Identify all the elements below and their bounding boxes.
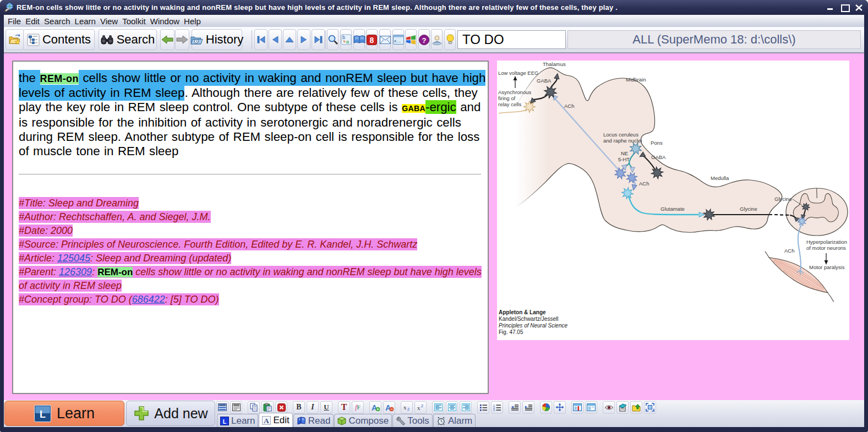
menu-window[interactable]: Window [148,15,182,27]
minimize-icon[interactable] [827,4,834,10]
window-split-icon[interactable] [585,401,597,414]
menu-help[interactable]: Help [182,15,203,27]
font-color-icon[interactable]: T [338,401,350,414]
svg-text:relay cells: relay cells [498,101,521,107]
svg-text:5-HT: 5-HT [618,156,630,162]
encyclopedia-button[interactable]: x… [392,29,404,50]
subscript-icon[interactable]: x2 [401,401,413,414]
document-icon[interactable] [230,401,242,414]
outdent-icon[interactable] [509,401,521,414]
move-icon[interactable] [554,401,566,414]
frame-icon[interactable] [644,401,656,414]
contents-button[interactable]: Contents [23,29,95,50]
help-icon: ? [419,35,429,45]
svg-text:firing of: firing of [498,95,516,101]
previous-element-button[interactable] [269,29,282,50]
translate-button[interactable]: b a [340,29,352,50]
svg-text:Hyperpolarization: Hyperpolarization [806,239,847,245]
export-icon[interactable] [630,401,642,414]
tools-tab-icon [396,417,405,425]
menu-toolkit[interactable]: Toolkit [120,15,148,27]
email-button[interactable] [379,29,391,50]
parent-link[interactable]: 126309 [59,266,92,277]
contact-button[interactable] [431,29,443,50]
next-element-button[interactable] [297,29,310,50]
menu-file[interactable]: File [6,15,23,27]
registry-icon[interactable] [616,401,629,414]
text-component[interactable]: the REM-on cells show little or no activ… [12,61,489,394]
template-icon[interactable] [216,401,228,414]
dictionary-button[interactable] [353,29,365,50]
align-left-icon[interactable] [432,401,444,414]
read-tab-icon [297,417,306,425]
tab-learn[interactable]: L Learn [217,414,258,427]
italic-icon[interactable]: I [307,401,319,414]
svg-text:Kandel/Schwartz/Jessell: Kandel/Schwartz/Jessell [499,316,558,322]
help-button[interactable]: ? [418,29,430,50]
align-center-icon[interactable] [446,401,458,414]
tip-button[interactable] [444,29,456,50]
learn-button[interactable]: L Learn [4,401,124,426]
svg-text:Glycine: Glycine [774,196,792,202]
tab-alarm[interactable]: Alarm [433,414,476,427]
color-wheel-icon[interactable] [540,401,552,414]
svg-text:Asynchronous: Asynchronous [498,89,531,95]
svg-text:Pons: Pons [651,140,663,146]
menu-learn[interactable]: Learn [73,15,98,27]
font-bigger-icon[interactable]: A [369,401,381,414]
underline-icon[interactable]: U [320,401,332,414]
tab-edit[interactable]: A Edit [259,413,292,427]
search-button[interactable]: Search [99,29,157,50]
highlighted-sentence: the [19,70,40,86]
open-collection-button[interactable] [6,29,24,50]
title-bar: REM-on cells show little or no activity … [0,0,868,15]
font-smaller-icon[interactable]: A [383,401,395,414]
search-web-button[interactable] [327,29,339,50]
encyclopedia-icon: x… [393,35,404,45]
svg-text:Motor paralysis: Motor paralysis [809,264,845,270]
svg-text:b: b [342,35,345,40]
menu-view[interactable]: View [98,15,120,27]
delete-icon[interactable] [275,401,287,414]
font-icon[interactable]: fF [352,401,364,414]
google-button[interactable]: 8 [366,29,378,50]
windows-button[interactable] [405,29,417,50]
article-link[interactable]: 125045 [57,253,90,264]
bottom-toolbar: L Learn Add new [4,400,864,427]
svg-text:?: ? [422,36,427,44]
concept-group-input[interactable] [457,30,566,49]
window-one-icon[interactable] [571,401,583,414]
concept-link[interactable]: 686422 [132,294,165,305]
close-icon[interactable] [855,4,862,10]
last-element-button[interactable] [312,29,325,50]
numbered-list-icon[interactable]: 123 [491,401,503,414]
tab-tools[interactable]: Tools [392,414,433,427]
image-component[interactable]: Thalamus Low voltage EEG GABA Asynchrono… [497,61,849,340]
superscript-icon[interactable]: x2 [414,401,427,414]
search-label: Search [117,32,155,47]
forward-button[interactable] [175,29,189,50]
indent-icon[interactable] [522,401,534,414]
history-button[interactable]: History [192,29,242,50]
paste-icon[interactable] [261,401,274,414]
svg-text:GABA: GABA [537,78,552,84]
parent-element-button[interactable] [283,29,296,50]
back-button[interactable] [160,29,174,50]
eye-icon[interactable] [603,401,615,414]
first-element-button[interactable] [254,29,268,50]
menu-search[interactable]: Search [42,15,73,27]
align-right-icon[interactable] [460,401,472,414]
history-label: History [206,32,243,47]
tab-read[interactable]: Read [293,414,334,427]
learn-label: Learn [57,405,95,422]
collection-label: ALL (SuperMemo 18: d:\colls\) [567,30,861,49]
tab-compose[interactable]: Compose [334,414,392,427]
copy-icon[interactable] [248,401,260,414]
menu-edit[interactable]: Edit [23,15,42,27]
svg-text:2: 2 [407,407,410,411]
bold-icon[interactable]: B [293,401,305,414]
add-new-button[interactable]: Add new [126,401,215,426]
bullet-list-icon[interactable] [477,401,489,414]
maximize-icon[interactable] [841,4,848,10]
element-text: the REM-on cells show little or no activ… [19,71,488,158]
